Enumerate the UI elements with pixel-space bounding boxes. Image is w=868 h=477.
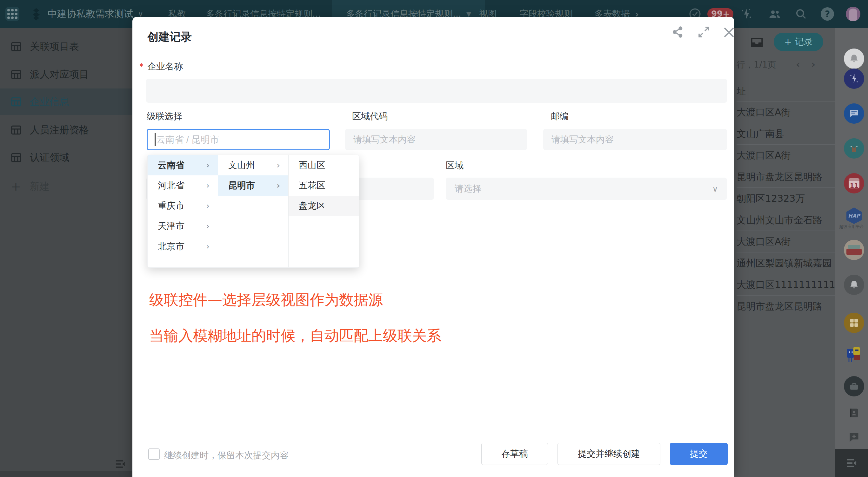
zip-input[interactable] (543, 129, 727, 150)
cascade-label: 级联选择 (147, 110, 182, 123)
table-row[interactable]: 通州区梨园镇新城嘉园 (737, 252, 835, 274)
save-draft-button[interactable]: 存草稿 (481, 443, 548, 465)
table-row[interactable]: 大渡口区11111111111 (737, 274, 835, 296)
calendar-widget-icon[interactable]: 11 (844, 173, 864, 194)
search-icon[interactable] (794, 0, 808, 28)
expand-icon[interactable] (698, 26, 710, 40)
notification-bell-icon[interactable] (844, 48, 864, 69)
help-icon[interactable]: ? (821, 0, 834, 28)
user-avatar[interactable] (846, 0, 860, 28)
mascot-robots-icon[interactable] (844, 343, 864, 364)
table-row[interactable]: 大渡口区A街 (737, 231, 835, 252)
inbox-icon[interactable] (750, 36, 764, 51)
region-select[interactable]: 请选择 ∨ (446, 178, 727, 200)
app-launcher-button[interactable] (5, 0, 20, 28)
sidebar-item-assigned-projects[interactable]: 派人对应项目 (0, 61, 132, 88)
table-icon (10, 124, 22, 136)
chat-widget-icon[interactable] (844, 103, 864, 124)
plus-icon: + (784, 37, 792, 47)
conference-photo-icon[interactable] (844, 240, 864, 260)
keep-content-checkbox[interactable] (148, 448, 160, 460)
bell-widget-icon[interactable] (844, 275, 864, 295)
table-row[interactable]: 文山广南县 (737, 123, 835, 145)
highfive-widget-icon[interactable] (844, 138, 864, 159)
cascade-select-field[interactable] (147, 129, 330, 150)
sidebar-collapse-icon[interactable] (115, 459, 126, 470)
table-icon (10, 41, 22, 53)
company-name-label: *企业名称 (140, 61, 183, 73)
chevron-right-icon: › (206, 161, 210, 170)
sidebar-item-company-info[interactable]: 企业信息 (0, 89, 132, 115)
area-code-label: 区域代码 (352, 110, 388, 123)
chevron-right-icon: › (206, 201, 210, 211)
submit-and-continue-button[interactable]: 提交并继续创建 (558, 443, 660, 465)
pagination-next-icon[interactable]: › (811, 58, 815, 70)
table-row[interactable]: 昆明市盘龙区昆明路 (737, 166, 835, 188)
sidebar-item-registration-qualification[interactable]: 人员注册资格 (0, 117, 132, 143)
pagination-text: 行，1/1页 (737, 59, 832, 70)
chevron-down-icon: ∨ (712, 184, 718, 194)
column-header-address[interactable]: 址 (737, 81, 835, 101)
table-row[interactable]: 文山州文山市金石路 (737, 209, 835, 231)
plus-icon: + (11, 179, 21, 194)
table-icon (10, 151, 22, 164)
automation-spark-icon[interactable] (740, 0, 753, 28)
strip-divider (838, 398, 865, 398)
required-asterisk: * (140, 62, 144, 71)
cascader-option-xishan[interactable]: 西山区 (288, 155, 359, 175)
contacts-book-icon[interactable] (844, 403, 864, 423)
share-icon[interactable] (672, 26, 684, 40)
table-row[interactable]: 大渡口区A街 (737, 145, 835, 166)
spark-widget-icon[interactable] (844, 69, 864, 89)
chevron-right-icon: › (277, 181, 280, 190)
sidebar-item-certification-domain[interactable]: 认证领域 (0, 144, 132, 171)
cascader-option-panlong[interactable]: 盘龙区 (288, 196, 359, 216)
pagination-prev-icon[interactable]: ‹ (796, 58, 800, 70)
cascader-city-column: 文山州› 昆明市› (218, 155, 288, 267)
zip-label: 邮编 (551, 110, 568, 123)
table-row[interactable]: 昆明市盘龙区昆明路 (737, 296, 835, 317)
cascade-input[interactable] (156, 134, 315, 145)
chevron-right-icon: › (206, 181, 210, 190)
cascader-option-tianjin[interactable]: 天津市› (148, 216, 218, 236)
table-icon (10, 69, 22, 80)
table-icon (10, 96, 22, 108)
create-record-modal: 创建记录 *企业名称 级联选择 区域代码 邮编 区域 请选择 ∨ 云南省› 河北… (132, 17, 734, 477)
new-chat-icon[interactable] (844, 427, 864, 447)
cascader-district-column: 西山区 五花区 盘龙区 (288, 155, 359, 267)
cascader-option-beijing[interactable]: 北京市› (148, 236, 218, 257)
sidebar-item-linked-projects[interactable]: 关联项目表 (0, 33, 132, 60)
company-name-input[interactable] (146, 79, 727, 103)
app-grid-icon (5, 7, 19, 21)
annotation-line-1: 级联控件—选择层级视图作为数据源 (149, 290, 383, 310)
text-cursor (155, 133, 156, 146)
cascader-option-yunnan[interactable]: 云南省› (148, 155, 218, 175)
svg-text:HAP: HAP (848, 213, 861, 219)
cascader-option-kunming[interactable]: 昆明市› (218, 175, 288, 196)
area-code-input[interactable] (345, 129, 527, 150)
new-record-button[interactable]: + 记录 (774, 33, 823, 51)
apps-widget-icon[interactable] (844, 313, 864, 333)
sidebar-footer-strip (0, 471, 132, 477)
right-widget-strip: 11 HAP 超级应用平台 (835, 28, 868, 477)
panel-collapse-icon[interactable] (846, 458, 857, 468)
submit-button[interactable]: 提交 (670, 443, 728, 465)
keep-content-label: 继续创建时，保留本次提交内容 (164, 449, 288, 462)
cascader-option-chongqing[interactable]: 重庆市› (148, 196, 218, 216)
cascader-option-wuhua[interactable]: 五花区 (288, 175, 359, 196)
hap-logo-icon[interactable]: HAP (844, 206, 864, 226)
cascader-option-wenshan[interactable]: 文山州› (218, 155, 288, 175)
workspace-title[interactable]: 中建协私教需求测试 (48, 8, 133, 21)
chevron-right-icon: › (277, 161, 280, 170)
chevron-right-icon: › (206, 242, 210, 251)
cascader-dropdown: 云南省› 河北省› 重庆市› 天津市› 北京市› 文山州› 昆明市› (147, 155, 360, 268)
briefcase-widget-icon[interactable] (844, 376, 864, 397)
sidebar-new-table-button[interactable]: + 新建 (0, 173, 132, 200)
strip-bottom-bar (835, 449, 868, 477)
cascader-option-hebei[interactable]: 河北省› (148, 175, 218, 196)
close-icon[interactable] (722, 26, 736, 40)
members-icon[interactable] (768, 0, 782, 28)
workspace-logo-icon[interactable]: 中建协私教需求测试 ∨ (29, 0, 144, 28)
table-row[interactable]: 朝阳区12323万 (737, 188, 835, 209)
table-row[interactable]: 大渡口区A街 (737, 101, 835, 123)
